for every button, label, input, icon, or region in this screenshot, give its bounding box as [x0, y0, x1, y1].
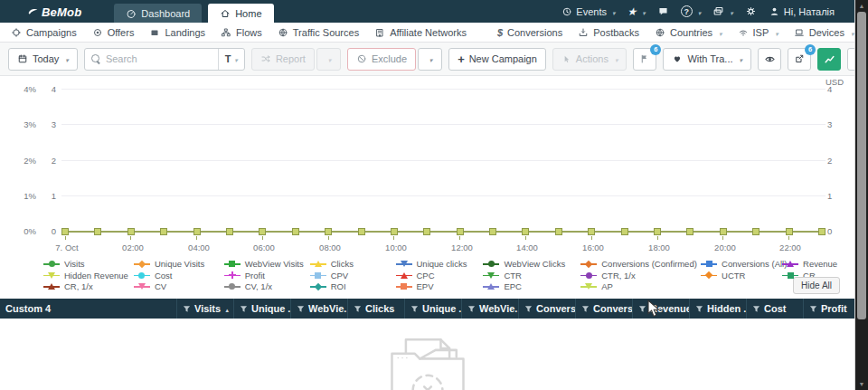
flags-button[interactable]: 6: [633, 48, 656, 71]
legend-item[interactable]: ROI: [310, 281, 396, 291]
user-menu[interactable]: Hi, Наталія: [769, 5, 835, 17]
billing-menu[interactable]: [712, 5, 733, 17]
traffic-filter-dropdown[interactable]: With Tra...: [663, 48, 751, 71]
data-point-marker[interactable]: [160, 228, 167, 235]
favorites-menu[interactable]: [627, 5, 646, 18]
data-point-marker[interactable]: [193, 228, 201, 235]
column-header-hidden-revenue[interactable]: Hidden ...: [689, 299, 746, 319]
filter-funnel-icon[interactable]: [638, 305, 646, 313]
columns-visibility-button[interactable]: [758, 48, 781, 71]
data-point-marker[interactable]: [686, 228, 693, 235]
legend-item[interactable]: Clicks: [310, 259, 396, 269]
data-point-marker[interactable]: [391, 228, 398, 235]
hide-all-button[interactable]: Hide All: [793, 277, 840, 294]
nav-item-flows[interactable]: Flows: [221, 27, 262, 38]
data-point-marker[interactable]: [325, 228, 332, 235]
exclude-button[interactable]: Exclude: [347, 48, 416, 71]
search-input[interactable]: [101, 53, 218, 64]
filter-funnel-icon[interactable]: [183, 305, 191, 313]
data-point-marker[interactable]: [489, 228, 496, 235]
column-header-revenue[interactable]: Revenue: [632, 299, 689, 319]
settings-button[interactable]: [745, 5, 757, 17]
legend-item[interactable]: CV, 1/x: [224, 281, 310, 291]
filter-funnel-icon[interactable]: [809, 305, 817, 313]
report-dropdown-button[interactable]: [316, 48, 341, 71]
column-header-unique-clicks[interactable]: Unique ...: [404, 299, 461, 319]
legend-item[interactable]: CV: [134, 281, 224, 291]
events-menu[interactable]: Events: [561, 6, 615, 17]
legend-item[interactable]: WebView Visits: [224, 259, 310, 269]
filter-funnel-icon[interactable]: [467, 305, 476, 313]
data-point-marker[interactable]: [94, 228, 101, 235]
legend-item[interactable]: Conversions (Confirmed): [580, 259, 701, 269]
legend-item[interactable]: Conversions (All): [701, 259, 782, 269]
legend-item[interactable]: CTR, 1/x: [580, 271, 701, 281]
bemob-logo[interactable]: BeMob: [27, 5, 81, 19]
legend-item[interactable]: CR, 1/x: [43, 281, 134, 291]
legend-item[interactable]: Visits: [43, 259, 134, 269]
column-header-conversions-all[interactable]: Convers...: [575, 299, 632, 319]
legend-item[interactable]: Cost: [134, 271, 224, 281]
nav-item-offers[interactable]: Offers: [92, 27, 135, 38]
report-button[interactable]: Report: [251, 48, 315, 71]
legend-item[interactable]: CTR: [483, 271, 580, 281]
legend-item[interactable]: UCTR: [701, 271, 782, 281]
actions-button[interactable]: Actions: [552, 48, 627, 71]
nav-item-affiliate-networks[interactable]: Affiliate Networks: [374, 27, 467, 38]
legend-item[interactable]: Revenue: [782, 259, 854, 269]
nav-item-campaigns[interactable]: Campaigns: [11, 27, 77, 38]
tab-home[interactable]: Home: [208, 4, 273, 23]
legend-item[interactable]: WebView Clicks: [483, 259, 580, 269]
nav-item-landings[interactable]: Landings: [149, 27, 205, 38]
nav-item-traffic-sources[interactable]: Traffic Sources: [278, 27, 359, 38]
nav-item-postbacks[interactable]: Postbacks: [578, 27, 639, 38]
filter-funnel-icon[interactable]: [524, 305, 533, 313]
column-header-unique-visits[interactable]: Unique ...: [233, 299, 290, 319]
chart-toggle-button[interactable]: [817, 48, 841, 71]
legend-item[interactable]: EPV: [396, 281, 484, 291]
exclude-dropdown-button[interactable]: [418, 48, 442, 71]
nav-item-devices[interactable]: Devices: [794, 27, 854, 38]
table-settings-button[interactable]: [847, 48, 855, 71]
scrollbar-thumb[interactable]: [857, 12, 866, 319]
data-point-marker[interactable]: [127, 228, 135, 235]
legend-item[interactable]: Unique clicks: [396, 259, 484, 269]
legend-item[interactable]: Profit: [224, 271, 310, 281]
chat-button[interactable]: [657, 5, 669, 17]
help-menu[interactable]: ?: [681, 5, 702, 17]
data-point-marker[interactable]: [522, 228, 529, 235]
column-header-custom-4[interactable]: Custom 4: [0, 299, 176, 319]
legend-item[interactable]: CPV: [310, 271, 396, 281]
data-point-marker[interactable]: [588, 228, 595, 235]
column-header-profit[interactable]: Profit: [803, 299, 854, 319]
nav-item-conversions[interactable]: Conversions: [497, 27, 562, 38]
column-header-conversions-confirmed[interactable]: Convers...: [518, 299, 575, 319]
nav-item-isp[interactable]: ISP: [738, 27, 778, 38]
filter-funnel-icon[interactable]: [695, 305, 703, 313]
data-point-marker[interactable]: [423, 228, 430, 235]
legend-item[interactable]: EPC: [483, 281, 580, 291]
search-type-dropdown[interactable]: T: [218, 49, 244, 70]
data-point-marker[interactable]: [226, 228, 233, 235]
column-header-webview-clicks[interactable]: WebVie...: [461, 299, 518, 319]
column-header-visits[interactable]: Visits: [176, 299, 233, 319]
column-header-cost[interactable]: Cost: [746, 299, 803, 319]
scroll-up-arrow-icon[interactable]: ▲: [855, 0, 868, 12]
data-point-marker[interactable]: [752, 228, 760, 235]
data-point-marker[interactable]: [621, 228, 628, 235]
data-point-marker[interactable]: [720, 228, 727, 235]
tab-dashboard[interactable]: Dashboard: [114, 4, 202, 23]
filter-funnel-icon[interactable]: [297, 305, 305, 313]
vertical-scrollbar[interactable]: ▲ ▼: [855, 0, 868, 390]
filter-funnel-icon[interactable]: [354, 305, 362, 313]
legend-item[interactable]: AP: [580, 281, 701, 291]
data-point-marker[interactable]: [555, 228, 562, 235]
legend-item[interactable]: CPC: [396, 271, 484, 281]
share-export-button[interactable]: 6: [788, 48, 811, 71]
new-campaign-button[interactable]: New Campaign: [448, 48, 546, 71]
data-point-marker[interactable]: [654, 228, 661, 235]
filter-funnel-icon[interactable]: [752, 305, 760, 313]
data-point-marker[interactable]: [786, 228, 793, 235]
data-point-marker[interactable]: [61, 228, 69, 235]
data-point-marker[interactable]: [358, 228, 365, 235]
